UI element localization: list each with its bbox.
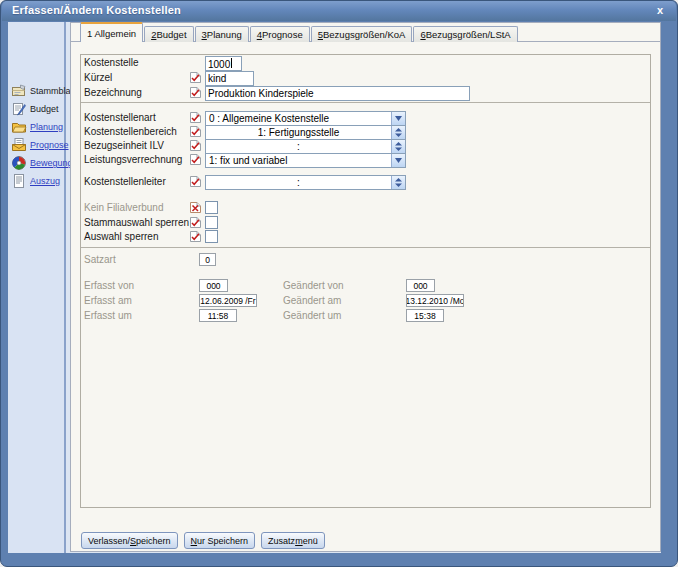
modified-check-icon-leistungsverrechnung[interactable]	[189, 153, 202, 166]
combo-kostenstellenbereich[interactable]: 1: Fertigungsstelle	[205, 125, 406, 140]
checkbox-stammauswahl-sperren[interactable]	[205, 216, 218, 229]
sidebar-item-label: Stammblatt	[30, 86, 76, 96]
combo-leistungsverrechnung[interactable]: 1: fix und variabel	[205, 153, 406, 168]
field-label-geaendert-um: Geändert um	[283, 310, 341, 321]
action-button-bar: Verlassen/SpeichernNur SpeichernZusatzme…	[81, 532, 325, 549]
dropdown-arrow-icon[interactable]	[391, 154, 405, 167]
sidebar-item-budget[interactable]: Budget	[11, 101, 69, 117]
tab-label: Budget	[156, 29, 186, 40]
sidebar-item-prognose[interactable]: Prognose	[11, 137, 69, 153]
field-label-kostenstellenbereich: Kostenstellenbereich	[84, 126, 177, 137]
bewegung-icon	[11, 155, 27, 171]
field-label-kostenstelle: Kostenstelle	[84, 57, 138, 68]
close-button[interactable]: x	[657, 4, 663, 16]
prognose-icon	[11, 137, 27, 153]
combo-value: 0 : Allgemeine Kostenstelle	[206, 112, 391, 125]
field-label-leistungsverrechnung: Leistungsverrechnung	[84, 154, 182, 165]
field-label-erfasst-um: Erfasst um	[84, 310, 132, 321]
button-label: Zusatz	[268, 536, 295, 546]
sidebar-item-auszug[interactable]: Auszug	[11, 173, 69, 189]
tab-bezugsgroessen-koa[interactable]: 5 Bezugsgrößen/KoA	[311, 26, 413, 42]
modified-check-icon-auswahl-sperren[interactable]	[189, 230, 202, 243]
modified-check-icon-stammauswahl-sperren[interactable]	[189, 216, 202, 229]
sidebar-item-label: Auszug	[30, 176, 60, 186]
tab-label: 1 Allgemein	[87, 28, 136, 39]
modified-check-icon-bezugseinheit-ilv[interactable]	[189, 139, 202, 152]
field-label-stammauswahl-sperren: Stammauswahl sperren	[84, 217, 189, 228]
combo-kostenstellenart[interactable]: 0 : Allgemeine Kostenstelle	[205, 111, 406, 126]
form-separator	[81, 247, 650, 248]
value-box-geaendert-am: 13.12.2010 /Mo	[406, 294, 464, 307]
field-label-geaendert-am: Geändert am	[283, 295, 341, 306]
lookup-spin-icon[interactable]	[391, 126, 405, 139]
field-label-geaendert-von: Geändert von	[283, 280, 344, 291]
tab-planung[interactable]: 3 Planung	[195, 26, 249, 42]
modified-check-icon-bezeichnung[interactable]	[189, 86, 202, 99]
tab-label: Planung	[207, 29, 242, 40]
app-window: Erfassen/Ändern Kostenstellen x Stammbla…	[0, 0, 678, 567]
field-label-satzart: Satzart	[84, 254, 116, 265]
button-label: enü	[303, 536, 318, 546]
input-value: Produktion Kinderspiele	[208, 88, 314, 99]
combo-value: 1: Fertigungsstelle	[206, 126, 391, 139]
tab-budget[interactable]: 2 Budget	[144, 26, 193, 42]
field-label-erfasst-am: Erfasst am	[84, 295, 132, 306]
not-applicable-icon-kein-filialverbund[interactable]	[189, 201, 202, 214]
zusatzmenue-button[interactable]: Zusatzmenü	[261, 532, 325, 549]
navigation-sidebar: StammblattBudgetPlanungPrognoseBewegungA…	[8, 22, 66, 553]
checkbox-auswahl-sperren[interactable]	[205, 230, 218, 243]
field-label-auswahl-sperren: Auswahl sperren	[84, 231, 158, 242]
lookup-spin-icon[interactable]	[391, 140, 405, 153]
sidebar-item-label: Bewegung	[30, 158, 73, 168]
planung-icon	[11, 119, 27, 135]
input-kostenstelle[interactable]: 1000	[205, 56, 242, 71]
sidebar-item-planung[interactable]: Planung	[11, 119, 69, 135]
form-separator	[81, 102, 650, 103]
tab-label: Prognose	[262, 29, 303, 40]
modified-check-icon-kuerzel[interactable]	[189, 71, 202, 84]
field-label-erfasst-von: Erfasst von	[84, 280, 134, 291]
nur-speichern-button[interactable]: Nur Speichern	[184, 532, 256, 549]
tab-bezugsgroessen-lsta[interactable]: 6 Bezugsgrößen/LStA	[413, 26, 517, 42]
value-box-erfasst-am: 12.06.2009 /Fr	[199, 294, 257, 307]
button-label: ur Speichern	[197, 536, 248, 546]
combo-value: :	[206, 176, 391, 189]
modified-check-icon-kostenstellenbereich[interactable]	[189, 125, 202, 138]
sidebar-item-label: Prognose	[30, 140, 69, 150]
field-label-kostenstellenleiter: Kostenstellenleiter	[84, 176, 166, 187]
value-box-satzart: 0	[199, 253, 216, 266]
tab-allgemein[interactable]: 1 Allgemein	[80, 22, 143, 42]
sidebar-item-bewegung[interactable]: Bewegung	[11, 155, 69, 171]
budget-icon	[11, 101, 27, 117]
window-title: Erfassen/Ändern Kostenstellen	[12, 4, 181, 16]
combo-value: 1: fix und variabel	[206, 154, 391, 167]
tab-strip: 1 Allgemein2 Budget3 Planung4 Prognose5 …	[80, 24, 519, 42]
input-bezeichnung[interactable]: Produktion Kinderspiele	[205, 86, 470, 101]
value-box-erfasst-von: 000	[199, 279, 228, 292]
button-label: Verlassen/	[88, 536, 130, 546]
combo-value: :	[206, 140, 391, 153]
lookup-spin-icon[interactable]	[391, 176, 405, 189]
field-label-kuerzel: Kürzel	[84, 72, 112, 83]
auszug-icon	[11, 173, 27, 189]
modified-check-icon-kostenstellenart[interactable]	[189, 111, 202, 124]
input-kuerzel[interactable]: kind	[205, 71, 254, 86]
button-accel: m	[295, 536, 303, 546]
verlassen-speichern-button[interactable]: Verlassen/Speichern	[81, 532, 178, 549]
field-label-bezeichnung: Bezeichnung	[84, 87, 142, 98]
sidebar-item-stammblatt[interactable]: Stammblatt	[11, 83, 69, 99]
checkbox-kein-filialverbund[interactable]	[205, 201, 218, 214]
sidebar-item-label: Budget	[30, 104, 59, 114]
dropdown-arrow-icon[interactable]	[391, 112, 405, 125]
stammblatt-icon	[11, 83, 27, 99]
value-box-geaendert-von: 000	[406, 279, 435, 292]
modified-check-icon-kostenstellenleiter[interactable]	[189, 175, 202, 188]
tab-label: Bezugsgrößen/KoA	[323, 29, 405, 40]
combo-bezugseinheit-ilv[interactable]: :	[205, 139, 406, 154]
tab-prognose[interactable]: 4 Prognose	[250, 26, 310, 42]
combo-kostenstellenleiter[interactable]: :	[205, 175, 406, 190]
input-value: 1000	[208, 58, 232, 70]
value-box-geaendert-um: 15:38	[406, 309, 444, 322]
field-label-kein-filialverbund: Kein Filialverbund	[84, 202, 164, 213]
value-box-erfasst-um: 11:58	[199, 309, 237, 322]
